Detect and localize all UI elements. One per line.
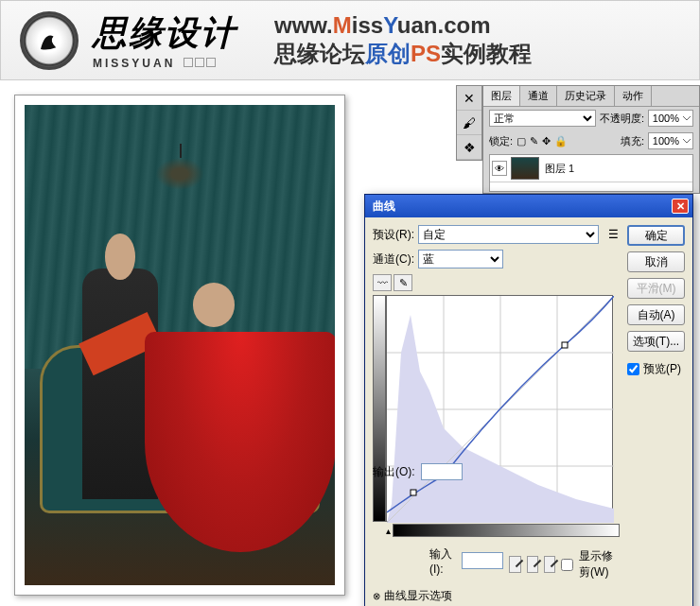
layer-thumbnail[interactable] [511,157,539,180]
tool-icon-2[interactable]: 🖌 [457,111,481,135]
swan-logo-icon [32,24,66,58]
curves-dialog: 曲线 ✕ 预设(R): 自定 ☰ 通道(C): 蓝 〰 ✎ [364,194,693,606]
gray-point-dropper[interactable] [527,556,538,573]
brand-text: 思缘设计 MISSYUAN [93,10,236,70]
chandelier [151,144,208,200]
show-clip-checkbox[interactable] [561,559,573,571]
tool-options-column: ✕ 🖌 ❖ [456,85,482,161]
expand-arrow-icon[interactable]: ⊗ [373,591,380,601]
show-clip-label: 显示修剪(W) [579,548,620,580]
site-subtitle: 思缘论坛原创PS实例教程 [274,39,532,69]
photo-content [25,105,335,585]
fill-label: 填充: [621,134,644,148]
channel-select[interactable]: 蓝 [418,250,503,268]
curve-options-label[interactable]: 曲线显示选项 [384,588,452,604]
site-header: 思缘设计 MISSYUAN www.MissYuan.com 思缘论坛原创PS实… [0,0,700,80]
brand-cn: 思缘设计 [93,10,236,57]
site-url: www.MissYuan.com [274,12,532,39]
panel-tabs: 图层 通道 历史记录 动作 [483,86,699,107]
white-point-dropper[interactable] [544,556,555,573]
preset-select[interactable]: 自定 [418,225,599,244]
lock-label: 锁定: [489,134,513,148]
lock-all-icon[interactable]: 🔒 [554,135,568,147]
dialog-title: 曲线 [369,199,672,215]
panels-dock: 图层 通道 历史记录 动作 正常 不透明度: 锁定: ▢ ✎ ✥ 🔒 填充: 👁… [482,85,700,194]
layer-item-1[interactable]: 👁 图层 1 [490,155,692,182]
preview-checkbox[interactable] [627,363,639,375]
header-right: www.MissYuan.com 思缘论坛原创PS实例教程 [274,12,532,69]
woman-figure [169,283,289,528]
output-label: 输出(O): [373,464,415,480]
opacity-input[interactable] [648,110,693,127]
lock-paint-icon[interactable]: ✎ [530,135,538,147]
layer-visibility-icon[interactable]: 👁 [492,161,507,176]
tab-channels[interactable]: 通道 [520,86,557,106]
tab-history[interactable]: 历史记录 [557,86,615,106]
tab-layers[interactable]: 图层 [483,86,520,106]
options-button[interactable]: 选项(T)... [627,331,685,352]
lock-transparent-icon[interactable]: ▢ [516,135,526,147]
preset-menu-icon[interactable]: ☰ [606,228,620,241]
preview-label: 预览(P) [643,361,681,377]
close-button[interactable]: ✕ [672,199,689,214]
output-input[interactable] [421,463,463,480]
input-label: 输入(I): [429,546,456,576]
tool-icon-1[interactable]: ✕ [457,86,481,111]
smooth-button: 平滑(M) [627,278,685,299]
input-input[interactable] [462,552,503,569]
arrow-up-icon: ▴ [386,526,391,536]
tab-actions[interactable]: 动作 [615,86,652,106]
logo-badge [20,11,79,70]
layer-list: 👁 图层 1 [489,154,693,192]
fill-input[interactable] [648,132,693,149]
output-gradient [373,295,386,522]
black-point-dropper[interactable] [509,556,520,573]
document-canvas[interactable] [14,95,345,596]
curve-point-1[interactable] [411,490,416,495]
couple [71,239,289,528]
dialog-titlebar[interactable]: 曲线 ✕ [365,195,692,217]
blend-mode-select[interactable]: 正常 [489,110,596,127]
pencil-mode-icon[interactable]: ✎ [394,274,412,291]
curve-mode-icon[interactable]: 〰 [373,274,392,291]
curve-graph[interactable] [386,295,613,522]
ok-button[interactable]: 确定 [627,225,685,246]
brand-en: MISSYUAN [93,57,236,70]
channel-label: 通道(C): [373,251,414,268]
curve-point-2[interactable] [562,342,568,348]
preset-label: 预设(R): [373,227,414,243]
tool-icon-3[interactable]: ❖ [457,135,481,160]
input-gradient [393,524,620,537]
opacity-label: 不透明度: [600,112,644,126]
auto-button[interactable]: 自动(A) [627,304,685,325]
cancel-button[interactable]: 取消 [627,251,685,272]
layer-name: 图层 1 [545,162,574,176]
lock-move-icon[interactable]: ✥ [542,135,551,147]
